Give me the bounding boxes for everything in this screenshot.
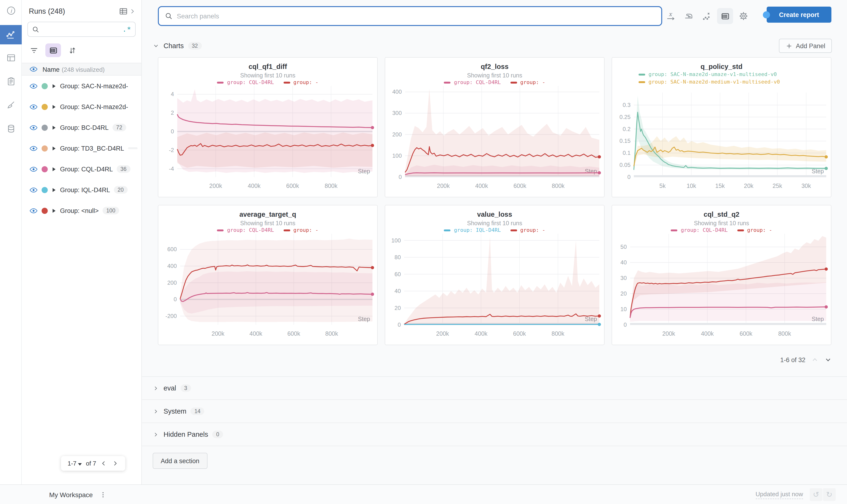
legend-entry: group: SAC-N-maze2d-medium-v1-multiseed-…	[639, 79, 831, 85]
eye-icon[interactable]	[29, 83, 38, 89]
sort-icon[interactable]	[68, 46, 77, 55]
panel-layout-icon[interactable]	[717, 8, 733, 24]
svg-text:0.3: 0.3	[623, 102, 630, 108]
svg-text:0: 0	[624, 322, 627, 328]
run-group-label[interactable]: Group: BC-D4RL	[60, 124, 109, 131]
run-group-row[interactable]: Group: TD3_BC-D4RL	[22, 138, 141, 159]
eye-icon[interactable]	[29, 208, 38, 214]
charts-page-down-icon[interactable]	[824, 356, 832, 363]
legend-entry: group: CQL-D4RL	[444, 79, 501, 86]
runs-table-tab[interactable]	[0, 47, 22, 68]
run-group-label[interactable]: Group: CQL-D4RL	[60, 165, 113, 173]
expand-caret-icon[interactable]	[52, 146, 56, 151]
run-group-row[interactable]: Group: <null>100	[22, 200, 141, 221]
svg-text:300: 300	[392, 110, 402, 116]
chart-legend: group: SAC-N-maze2d-umaze-v1-multiseed-v…	[612, 71, 831, 85]
logs-tab[interactable]	[0, 71, 22, 92]
svg-text:0.15: 0.15	[619, 138, 630, 144]
chart-panel[interactable]: 50403020100200k400k600k800kStep cql_std_…	[611, 205, 831, 345]
sidebar-pagination[interactable]: 1-7 of 7	[61, 456, 125, 471]
svg-text:400k: 400k	[701, 330, 714, 337]
expand-caret-icon[interactable]	[52, 83, 56, 89]
chart-title: value_loss	[385, 211, 604, 218]
expand-caret-icon[interactable]	[52, 208, 56, 213]
workspace-charts-tab[interactable]	[0, 25, 22, 44]
add-section-button[interactable]: Add a section	[153, 453, 207, 469]
run-group-label[interactable]: Group: SAC-N-maze2d-	[60, 103, 128, 110]
chart-panel[interactable]: 420-2-4200k400k600k800kStep cql_qf1_diff…	[158, 57, 378, 197]
gear-icon[interactable]	[734, 7, 753, 24]
eye-icon[interactable]	[29, 145, 38, 151]
chart-panel[interactable]: 0.30.250.20.150.10.0505k10k15k20k25k30kS…	[611, 57, 831, 197]
section-hidden-panels[interactable]: Hidden Panels 0	[142, 422, 847, 446]
run-count-badge	[128, 147, 137, 149]
charts-section-label[interactable]: Charts	[163, 42, 184, 50]
expand-caret-icon[interactable]	[52, 125, 56, 130]
runs-search[interactable]: .*	[28, 22, 136, 37]
workspace-title[interactable]: My Workspace	[49, 491, 93, 498]
charts-page-up-icon[interactable]	[811, 356, 819, 363]
kebab-menu-icon[interactable]	[100, 491, 107, 498]
legend-entry: group: -	[510, 227, 545, 233]
eye-icon[interactable]	[29, 166, 38, 172]
outliers-icon[interactable]	[698, 7, 715, 24]
chart-panel[interactable]: 4003002001000200k400k600k800kStep qf2_lo…	[385, 57, 605, 197]
run-group-label[interactable]: Group: IQL-D4RL	[60, 186, 110, 193]
page-size-caret-icon	[78, 463, 82, 466]
run-group-row[interactable]: Group: CQL-D4RL36	[22, 159, 141, 179]
notification-dot	[763, 11, 770, 18]
chart-legend: group: CQL-D4RLgroup: -	[385, 79, 604, 86]
prev-page-icon[interactable]	[101, 460, 107, 467]
svg-text:800k: 800k	[325, 182, 338, 189]
plus-icon	[785, 42, 792, 49]
left-rail: i	[0, 0, 22, 484]
run-group-row[interactable]: Group: SAC-N-maze2d-	[22, 96, 141, 117]
expand-caret-icon[interactable]	[52, 166, 56, 172]
chart-panel[interactable]: 100806040200200k400k600k800kStep value_l…	[385, 205, 605, 345]
run-group-label[interactable]: Group: <null>	[60, 207, 99, 214]
run-group-row[interactable]: Group: SAC-N-maze2d-	[22, 75, 141, 96]
chart-subtitle: Showing first 10 runs	[158, 220, 377, 227]
run-color-dot	[41, 208, 48, 214]
chart-panel[interactable]: 6004002000-200200k400k600k800kStep avera…	[158, 205, 378, 345]
run-group-label[interactable]: Group: SAC-N-maze2d-	[60, 83, 128, 89]
run-group-label[interactable]: Group: TD3_BC-D4RL	[60, 145, 124, 152]
smoothing-icon[interactable]	[680, 7, 698, 24]
next-page-icon[interactable]	[112, 460, 119, 467]
artifacts-tab[interactable]	[0, 118, 22, 139]
charts-count-badge: 32	[188, 42, 202, 50]
panel-search[interactable]	[158, 6, 662, 26]
run-group-row[interactable]: Group: BC-D4RL72	[22, 117, 141, 138]
run-list-view-icon[interactable]	[46, 43, 61, 57]
create-report-button[interactable]: Create report	[767, 6, 831, 23]
sweeps-tab[interactable]	[0, 94, 22, 115]
legend-entry: group: -	[737, 227, 772, 233]
regex-toggle[interactable]: .*	[122, 25, 132, 33]
section-eval[interactable]: eval 3	[142, 376, 847, 399]
eye-icon[interactable]	[29, 187, 38, 193]
eye-icon[interactable]	[29, 124, 38, 130]
runs-name-header[interactable]: Name (248 visualized)	[22, 63, 141, 75]
expand-caret-icon[interactable]	[52, 104, 56, 109]
chevron-right-icon	[153, 431, 159, 437]
undo-button[interactable]: ↺	[810, 488, 823, 501]
eye-icon[interactable]	[29, 104, 38, 110]
x-axis-settings-icon[interactable]: x	[662, 7, 680, 24]
section-system[interactable]: System 14	[142, 399, 847, 422]
filter-icon[interactable]	[29, 46, 39, 55]
expand-sidebar-icon[interactable]	[129, 8, 136, 15]
chart-subtitle: Showing first 10 runs	[385, 72, 604, 79]
panel-search-input[interactable]	[177, 12, 656, 20]
svg-text:200: 200	[167, 280, 177, 286]
add-panel-button[interactable]: Add Panel	[779, 39, 832, 53]
info-icon[interactable]: i	[0, 0, 22, 21]
chart-title: average_target_q	[158, 211, 377, 218]
run-group-row[interactable]: Group: IQL-D4RL20	[22, 179, 141, 200]
expand-caret-icon[interactable]	[52, 187, 56, 192]
charts-collapse-icon[interactable]	[153, 42, 159, 49]
runs-grid-icon[interactable]	[119, 6, 128, 16]
svg-text:400k: 400k	[249, 330, 262, 337]
redo-button[interactable]: ↻	[823, 488, 836, 501]
runs-search-input[interactable]	[40, 26, 122, 33]
page-range[interactable]: 1-7	[68, 460, 82, 467]
